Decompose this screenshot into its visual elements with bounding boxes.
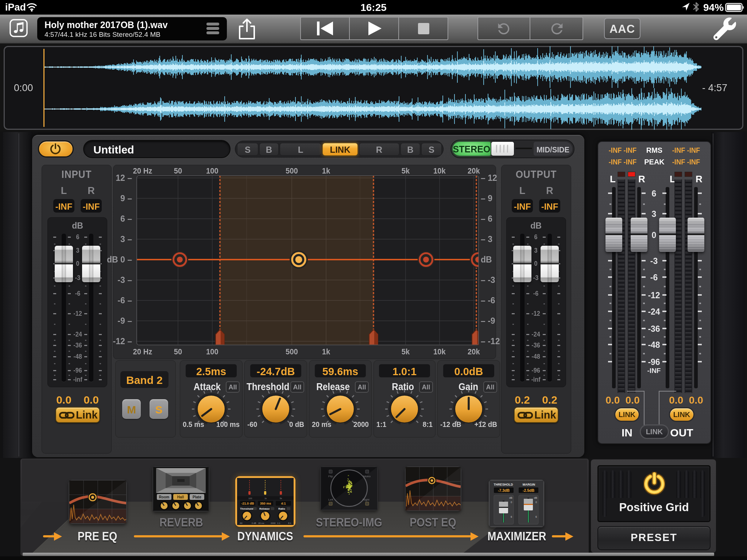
svg-text:100: 100 (248, 497, 252, 499)
svg-text:dB: dB (534, 497, 537, 499)
svg-text:Flip: Flip (328, 475, 333, 478)
svg-text:8:1: 8:1 (288, 522, 291, 524)
svg-text:Plate: Plate (193, 495, 201, 499)
svg-text:-2.5dB: -2.5dB (523, 488, 535, 493)
svg-text:2000: 2000 (271, 522, 276, 524)
svg-text:Release: Release (259, 507, 270, 510)
svg-text:Room: Room (159, 495, 169, 499)
svg-text:THRESHOLD: THRESHOLD (494, 483, 513, 486)
svg-text:5k: 5k (280, 497, 282, 499)
svg-text:350 ms: 350 ms (260, 502, 271, 505)
svg-text:Ratio: Ratio (278, 507, 285, 510)
svg-text:Hall: Hall (177, 495, 184, 499)
svg-text:dB: dB (509, 497, 512, 499)
svg-text:20 ms: 20 ms (258, 522, 264, 524)
svg-text:6: 6 (511, 516, 512, 518)
svg-text:-60: -60 (239, 522, 243, 524)
svg-text:1k: 1k (264, 497, 267, 499)
svg-text:0: 0 (511, 501, 512, 503)
svg-text:Left: Left (328, 498, 333, 501)
svg-text:-21.0 dB: -21.0 dB (241, 502, 254, 505)
svg-text:-7.3dB: -7.3dB (498, 488, 510, 493)
svg-text:Threshold: Threshold (240, 507, 253, 510)
svg-text:1:1: 1:1 (277, 522, 280, 524)
svg-text:0 dB: 0 dB (252, 522, 256, 524)
svg-text:4:1: 4:1 (281, 502, 286, 505)
svg-text:6: 6 (535, 516, 537, 518)
svg-text:0: 0 (535, 501, 537, 503)
svg-text:MARGIN: MARGIN (523, 483, 535, 486)
